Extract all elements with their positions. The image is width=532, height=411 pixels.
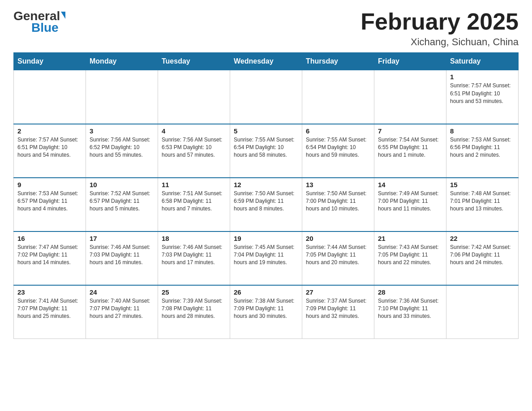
day-info: Sunrise: 7:36 AM Sunset: 7:10 PM Dayligh… <box>378 297 442 321</box>
page-header: General Blue February 2025 Xichang, Sich… <box>13 9 519 48</box>
day-of-week-header: Tuesday <box>158 53 230 70</box>
calendar-week-row: 16Sunrise: 7:47 AM Sunset: 7:02 PM Dayli… <box>14 231 519 285</box>
calendar-cell: 28Sunrise: 7:36 AM Sunset: 7:10 PM Dayli… <box>374 285 446 339</box>
calendar-cell: 13Sunrise: 7:50 AM Sunset: 7:00 PM Dayli… <box>302 178 374 231</box>
day-number: 25 <box>162 288 226 296</box>
calendar-cell: 7Sunrise: 7:54 AM Sunset: 6:55 PM Daylig… <box>374 124 446 178</box>
day-number: 17 <box>90 235 154 242</box>
calendar-cell: 2Sunrise: 7:57 AM Sunset: 6:51 PM Daylig… <box>14 124 86 178</box>
title-block: February 2025 Xichang, Sichuan, China <box>360 9 519 48</box>
calendar-cell: 11Sunrise: 7:51 AM Sunset: 6:58 PM Dayli… <box>158 178 230 231</box>
day-info: Sunrise: 7:43 AM Sunset: 7:05 PM Dayligh… <box>378 244 442 267</box>
calendar-cell: 9Sunrise: 7:53 AM Sunset: 6:57 PM Daylig… <box>14 178 86 231</box>
day-number: 27 <box>306 288 370 296</box>
day-of-week-header: Wednesday <box>230 53 302 70</box>
day-info: Sunrise: 7:45 AM Sunset: 7:04 PM Dayligh… <box>234 244 298 267</box>
day-of-week-header: Monday <box>86 53 158 70</box>
day-number: 18 <box>162 235 226 242</box>
day-number: 6 <box>306 127 370 135</box>
day-number: 20 <box>306 235 370 242</box>
day-of-week-header: Sunday <box>14 53 86 70</box>
calendar-cell: 27Sunrise: 7:37 AM Sunset: 7:09 PM Dayli… <box>302 285 374 339</box>
day-info: Sunrise: 7:50 AM Sunset: 6:59 PM Dayligh… <box>234 190 298 213</box>
day-number: 4 <box>162 127 226 135</box>
day-number: 11 <box>162 181 226 188</box>
day-info: Sunrise: 7:53 AM Sunset: 6:56 PM Dayligh… <box>450 136 515 159</box>
calendar-cell: 16Sunrise: 7:47 AM Sunset: 7:02 PM Dayli… <box>14 231 86 285</box>
day-number: 8 <box>450 127 515 135</box>
location-subtitle: Xichang, Sichuan, China <box>360 36 519 48</box>
day-number: 2 <box>17 127 82 135</box>
day-number: 10 <box>90 181 154 188</box>
calendar-cell: 18Sunrise: 7:46 AM Sunset: 7:03 PM Dayli… <box>158 231 230 285</box>
day-info: Sunrise: 7:49 AM Sunset: 7:00 PM Dayligh… <box>378 190 442 213</box>
calendar-cell: 19Sunrise: 7:45 AM Sunset: 7:04 PM Dayli… <box>230 231 302 285</box>
day-number: 28 <box>378 288 442 296</box>
day-number: 1 <box>450 73 515 81</box>
logo: General Blue <box>13 9 65 35</box>
calendar-cell: 15Sunrise: 7:48 AM Sunset: 7:01 PM Dayli… <box>446 178 519 231</box>
day-number: 23 <box>17 288 82 296</box>
calendar-cell: 23Sunrise: 7:41 AM Sunset: 7:07 PM Dayli… <box>14 285 86 339</box>
day-number: 12 <box>234 181 298 188</box>
logo-arrow-icon <box>61 12 65 19</box>
calendar-week-row: 1Sunrise: 7:57 AM Sunset: 6:51 PM Daylig… <box>14 70 519 124</box>
day-of-week-header: Friday <box>374 53 446 70</box>
calendar-week-row: 2Sunrise: 7:57 AM Sunset: 6:51 PM Daylig… <box>14 124 519 178</box>
day-info: Sunrise: 7:56 AM Sunset: 6:53 PM Dayligh… <box>162 136 226 159</box>
day-info: Sunrise: 7:39 AM Sunset: 7:08 PM Dayligh… <box>162 297 226 321</box>
day-info: Sunrise: 7:37 AM Sunset: 7:09 PM Dayligh… <box>306 297 370 321</box>
calendar-cell: 12Sunrise: 7:50 AM Sunset: 6:59 PM Dayli… <box>230 178 302 231</box>
calendar-cell <box>158 70 230 124</box>
calendar-cell: 24Sunrise: 7:40 AM Sunset: 7:07 PM Dayli… <box>86 285 158 339</box>
calendar-cell: 6Sunrise: 7:55 AM Sunset: 6:54 PM Daylig… <box>302 124 374 178</box>
calendar-cell: 5Sunrise: 7:55 AM Sunset: 6:54 PM Daylig… <box>230 124 302 178</box>
month-year-title: February 2025 <box>360 9 519 34</box>
day-number: 19 <box>234 235 298 242</box>
day-number: 21 <box>378 235 442 242</box>
day-number: 13 <box>306 181 370 188</box>
calendar-cell <box>86 70 158 124</box>
day-of-week-header: Thursday <box>302 53 374 70</box>
day-info: Sunrise: 7:38 AM Sunset: 7:09 PM Dayligh… <box>234 297 298 321</box>
day-info: Sunrise: 7:53 AM Sunset: 6:57 PM Dayligh… <box>17 190 82 213</box>
day-info: Sunrise: 7:57 AM Sunset: 6:51 PM Dayligh… <box>450 82 515 105</box>
day-info: Sunrise: 7:57 AM Sunset: 6:51 PM Dayligh… <box>17 136 82 159</box>
calendar-cell: 14Sunrise: 7:49 AM Sunset: 7:00 PM Dayli… <box>374 178 446 231</box>
calendar-week-row: 9Sunrise: 7:53 AM Sunset: 6:57 PM Daylig… <box>14 178 519 231</box>
day-number: 26 <box>234 288 298 296</box>
calendar-cell: 1Sunrise: 7:57 AM Sunset: 6:51 PM Daylig… <box>446 70 519 124</box>
day-info: Sunrise: 7:55 AM Sunset: 6:54 PM Dayligh… <box>234 136 298 159</box>
calendar-cell: 26Sunrise: 7:38 AM Sunset: 7:09 PM Dayli… <box>230 285 302 339</box>
calendar-cell <box>302 70 374 124</box>
day-info: Sunrise: 7:51 AM Sunset: 6:58 PM Dayligh… <box>162 190 226 213</box>
calendar-cell: 3Sunrise: 7:56 AM Sunset: 6:52 PM Daylig… <box>86 124 158 178</box>
calendar-cell <box>230 70 302 124</box>
calendar-cell <box>446 285 519 339</box>
day-number: 14 <box>378 181 442 188</box>
day-number: 16 <box>17 235 82 242</box>
calendar-cell: 10Sunrise: 7:52 AM Sunset: 6:57 PM Dayli… <box>86 178 158 231</box>
calendar-cell <box>14 70 86 124</box>
calendar-header-row: SundayMondayTuesdayWednesdayThursdayFrid… <box>14 53 519 70</box>
calendar-cell: 20Sunrise: 7:44 AM Sunset: 7:05 PM Dayli… <box>302 231 374 285</box>
day-info: Sunrise: 7:48 AM Sunset: 7:01 PM Dayligh… <box>450 190 515 213</box>
calendar-cell: 21Sunrise: 7:43 AM Sunset: 7:05 PM Dayli… <box>374 231 446 285</box>
day-number: 15 <box>450 181 515 188</box>
day-info: Sunrise: 7:56 AM Sunset: 6:52 PM Dayligh… <box>90 136 154 159</box>
day-info: Sunrise: 7:44 AM Sunset: 7:05 PM Dayligh… <box>306 244 370 267</box>
calendar-cell: 8Sunrise: 7:53 AM Sunset: 6:56 PM Daylig… <box>446 124 519 178</box>
day-info: Sunrise: 7:55 AM Sunset: 6:54 PM Dayligh… <box>306 136 370 159</box>
day-info: Sunrise: 7:47 AM Sunset: 7:02 PM Dayligh… <box>17 244 82 267</box>
calendar-week-row: 23Sunrise: 7:41 AM Sunset: 7:07 PM Dayli… <box>14 285 519 339</box>
day-number: 9 <box>17 181 82 188</box>
logo-line2: Blue <box>13 21 59 35</box>
day-number: 7 <box>378 127 442 135</box>
day-info: Sunrise: 7:42 AM Sunset: 7:06 PM Dayligh… <box>450 244 515 267</box>
day-of-week-header: Saturday <box>446 53 519 70</box>
day-number: 24 <box>90 288 154 296</box>
calendar-cell <box>374 70 446 124</box>
day-info: Sunrise: 7:41 AM Sunset: 7:07 PM Dayligh… <box>17 297 82 321</box>
calendar-cell: 4Sunrise: 7:56 AM Sunset: 6:53 PM Daylig… <box>158 124 230 178</box>
calendar-table: SundayMondayTuesdayWednesdayThursdayFrid… <box>13 52 519 339</box>
